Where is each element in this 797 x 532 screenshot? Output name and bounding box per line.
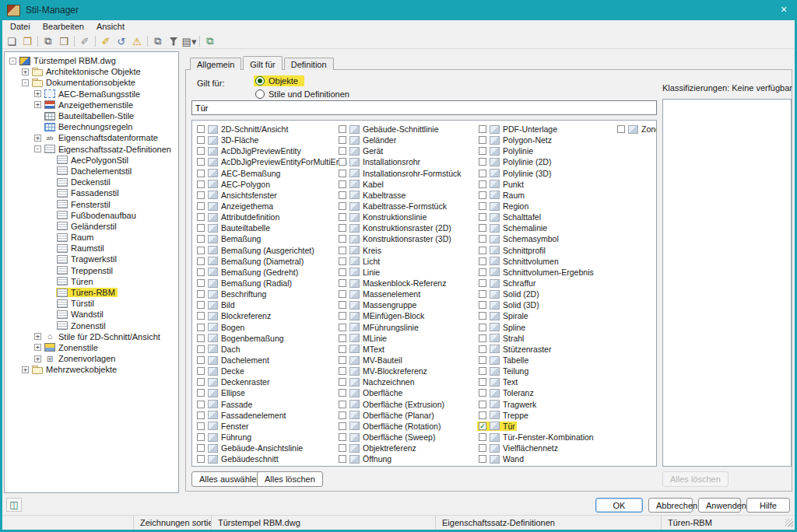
radio-option[interactable]: Objekte <box>254 75 304 87</box>
object-type-checkbox[interactable] <box>339 378 346 386</box>
object-type-row[interactable]: Installationsrohr <box>337 156 477 167</box>
object-type-row[interactable]: Dachelement <box>195 355 337 366</box>
tree-item[interactable]: Türen-RBM <box>5 287 178 298</box>
tree-item[interactable]: Deckenstil <box>5 177 178 187</box>
object-type-checkbox[interactable] <box>339 247 346 254</box>
object-type-checkbox[interactable] <box>197 268 205 276</box>
tree-expander-icon[interactable]: + <box>22 366 29 373</box>
object-type-checkbox[interactable] <box>479 444 486 452</box>
object-type-checkbox[interactable] <box>479 257 486 265</box>
object-type-row[interactable]: Tabelle <box>477 355 616 366</box>
object-type-checkbox[interactable] <box>339 158 346 166</box>
object-type-checkbox[interactable] <box>339 224 346 232</box>
paste-icon[interactable]: ❒ <box>56 35 72 48</box>
object-type-checkbox[interactable] <box>197 235 205 243</box>
object-type-checkbox[interactable] <box>617 125 625 133</box>
object-type-checkbox[interactable] <box>197 180 205 188</box>
tree-expander-icon[interactable]: + <box>34 344 41 351</box>
tab-gilt-für[interactable]: Gilt für <box>243 56 282 70</box>
object-type-row[interactable]: Polylinie (2D) <box>477 156 616 167</box>
object-type-row[interactable]: AcDbJigPreviewEntityForMultiEnts <box>195 156 337 167</box>
object-type-checkbox[interactable] <box>197 301 205 309</box>
object-type-row[interactable]: Strahl <box>477 333 616 344</box>
object-type-checkbox[interactable] <box>479 247 486 254</box>
object-type-checkbox[interactable] <box>479 290 486 298</box>
object-type-row[interactable]: Raum <box>477 190 616 201</box>
close-icon[interactable]: × <box>771 0 797 20</box>
menu-item-datei[interactable]: Datei <box>4 20 37 34</box>
object-type-row[interactable]: Punkt <box>477 179 616 190</box>
object-type-checkbox[interactable] <box>197 247 205 254</box>
tree-expander-icon[interactable]: - <box>9 58 16 65</box>
object-type-row[interactable]: Bemaßung <box>195 233 337 244</box>
radio-option[interactable]: Stile und Definitionen <box>254 88 356 100</box>
object-type-checkbox[interactable] <box>479 324 486 331</box>
object-type-checkbox[interactable] <box>197 279 205 287</box>
cancel-button[interactable]: Abbrechen <box>648 498 693 513</box>
object-type-checkbox[interactable] <box>197 401 205 408</box>
object-type-row[interactable]: Schnittvolumen <box>477 256 616 267</box>
object-type-checkbox[interactable] <box>479 136 486 144</box>
object-type-checkbox[interactable] <box>339 170 346 177</box>
tab-definition[interactable]: Definition <box>284 58 334 70</box>
object-type-checkbox[interactable] <box>339 235 346 243</box>
object-type-checkbox[interactable] <box>197 312 205 320</box>
new-drawing-icon[interactable]: ❏ <box>4 35 19 48</box>
object-type-row[interactable]: Teilung <box>477 366 616 376</box>
object-type-checkbox[interactable] <box>479 367 486 375</box>
object-type-row[interactable]: 2D-Schnitt/Ansicht <box>195 124 337 135</box>
object-type-checkbox[interactable] <box>479 213 486 221</box>
object-type-row[interactable]: Polylinie (3D) <box>477 168 616 179</box>
object-type-checkbox[interactable] <box>197 334 205 342</box>
object-type-checkbox[interactable] <box>479 411 486 419</box>
filter-input[interactable] <box>191 100 657 115</box>
radio-button-icon[interactable] <box>255 89 265 99</box>
object-type-checkbox[interactable] <box>339 345 346 353</box>
object-type-row[interactable]: Oberfläche (Extrusion) <box>337 399 477 410</box>
ok-button[interactable]: OK <box>595 498 643 513</box>
object-type-row[interactable]: 3D-Fläche <box>195 135 337 145</box>
object-type-checkbox[interactable] <box>479 191 486 199</box>
object-type-row[interactable]: Oberfläche (Sweep) <box>337 432 477 443</box>
object-type-checkbox[interactable] <box>197 158 205 166</box>
object-type-row[interactable]: Zone <box>616 124 655 135</box>
object-type-checkbox[interactable] <box>479 345 486 353</box>
object-type-row[interactable]: Anzeigethema <box>195 201 337 212</box>
tree-expander-icon[interactable]: + <box>34 135 41 142</box>
tab-allgemein[interactable]: Allgemein <box>190 58 241 70</box>
object-type-checkbox[interactable] <box>479 356 486 364</box>
inline-edit-toggle-icon[interactable]: ◫ <box>6 498 22 512</box>
object-type-checkbox[interactable] <box>197 345 205 353</box>
object-type-row[interactable]: Polygon-Netz <box>477 135 616 145</box>
object-type-row[interactable]: Bogenbemaßung <box>195 333 337 344</box>
object-type-checkbox[interactable] <box>197 389 205 397</box>
tree-item[interactable]: Fußbodenaufbau <box>5 210 178 221</box>
object-type-checkbox[interactable] <box>479 334 486 342</box>
object-type-checkbox[interactable] <box>197 136 205 144</box>
object-type-row[interactable]: AEC-Bemaßung <box>195 168 337 179</box>
object-type-row[interactable]: Konstruktionsraster (3D) <box>337 233 477 244</box>
object-type-checkbox[interactable] <box>479 455 486 463</box>
apply-button[interactable]: Anwenden <box>698 498 741 513</box>
object-type-row[interactable]: Oberfläche <box>337 387 477 398</box>
object-type-row[interactable]: Spirale <box>477 310 616 321</box>
object-type-checkbox[interactable]: ✓ <box>479 422 486 430</box>
tree-item[interactable]: Raumstil <box>5 243 178 254</box>
object-type-row[interactable]: Führung <box>195 432 337 443</box>
tree-item[interactable]: +Architektonische Objekte <box>5 66 178 77</box>
object-type-row[interactable]: Tragwerk <box>477 399 616 410</box>
object-type-list[interactable]: 2D-Schnitt/Ansicht3D-FlächeAcDbJigPrevie… <box>191 120 657 467</box>
tree-item[interactable]: -Eigenschaftssatz-Definitionen <box>5 144 178 155</box>
object-type-row[interactable]: Ansichtsfenster <box>195 190 337 201</box>
object-type-checkbox[interactable] <box>479 268 486 276</box>
object-type-row[interactable]: Text <box>477 376 616 387</box>
tree-item[interactable]: Bauteiltabellen-Stile <box>5 110 178 121</box>
object-type-checkbox[interactable] <box>197 444 205 452</box>
object-type-checkbox[interactable] <box>339 334 346 342</box>
object-type-row[interactable]: Toleranz <box>477 387 616 398</box>
object-type-checkbox[interactable] <box>479 224 486 232</box>
tree-expander-icon[interactable]: + <box>34 101 41 108</box>
object-type-row[interactable]: Oberfläche (Rotation) <box>337 421 477 432</box>
object-type-row[interactable]: Vielflächennetz <box>477 443 616 453</box>
object-type-checkbox[interactable] <box>197 257 205 265</box>
